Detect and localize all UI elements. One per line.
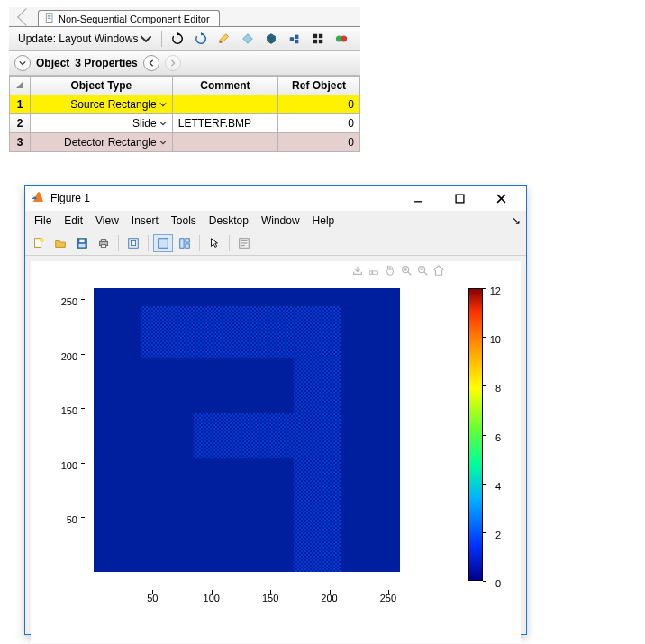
cell-object-type[interactable]: Detector Rectangle [31, 133, 173, 152]
home-icon[interactable] [432, 264, 445, 279]
insert-text-icon[interactable] [234, 234, 254, 252]
colorbar-tick-label: 10 [490, 334, 501, 345]
col-comment[interactable]: Comment [172, 77, 277, 95]
table-row[interactable]: 1Source Rectangle 0 [10, 95, 360, 114]
row-number[interactable]: 3 [10, 133, 31, 152]
open-icon[interactable] [50, 234, 70, 252]
pencil-icon[interactable] [214, 31, 234, 47]
svg-rect-1 [48, 15, 51, 16]
svg-rect-22 [129, 239, 139, 249]
svg-rect-29 [370, 271, 378, 275]
next-button [165, 55, 181, 71]
col-ref-object[interactable]: Ref Object [278, 77, 360, 95]
cubes-icon[interactable] [285, 31, 304, 47]
grid-icon[interactable] [308, 31, 328, 47]
svg-rect-23 [131, 240, 135, 245]
tab-corner-decoration [17, 8, 35, 26]
zoom-in-icon[interactable] [400, 264, 413, 279]
colorbar-tick-label: 6 [495, 432, 501, 443]
cube-icon[interactable] [261, 31, 281, 47]
y-tick-label: 200 [61, 351, 77, 362]
separator [118, 235, 119, 251]
figure-toolbar [25, 231, 526, 256]
y-tick-label: 250 [61, 296, 77, 307]
maximize-button[interactable] [445, 188, 474, 208]
menu-tools[interactable]: Tools [171, 214, 196, 227]
menu-window[interactable]: Window [261, 214, 300, 227]
print-icon[interactable] [94, 234, 114, 252]
svg-rect-4 [290, 37, 294, 41]
svg-rect-20 [101, 240, 105, 242]
layout-1-icon[interactable] [153, 234, 173, 252]
undock-icon[interactable]: ↘ [512, 214, 521, 227]
table-row[interactable]: 3Detector Rectangle 0 [10, 133, 360, 152]
cell-object-type[interactable]: Slide [31, 114, 173, 133]
brush-icon[interactable] [368, 264, 380, 279]
diamond-icon[interactable] [238, 31, 258, 47]
close-button[interactable] [486, 188, 515, 208]
figure-menubar: File Edit View Insert Tools Desktop Wind… [25, 211, 526, 231]
minimize-button[interactable] [404, 188, 432, 208]
table-row[interactable]: 2Slide LETTERF.BMP0 [10, 114, 360, 133]
cell-object-type[interactable]: Source Rectangle [31, 95, 173, 114]
x-tick-label: 150 [262, 593, 278, 603]
svg-point-12 [341, 36, 348, 42]
colorbar[interactable] [468, 288, 483, 581]
separator [229, 235, 230, 251]
refresh-icon[interactable] [168, 31, 187, 47]
colorbar-tick-mark [483, 532, 486, 533]
objects-table: Object Type Comment Ref Object 1Source R… [9, 76, 360, 152]
two-circles-icon[interactable] [332, 31, 351, 47]
heatmap-region [141, 306, 341, 358]
cell-ref-object[interactable]: 0 [278, 114, 360, 133]
cell-comment[interactable] [172, 95, 277, 114]
colorbar-tick-mark [483, 385, 486, 386]
svg-rect-2 [48, 17, 51, 18]
arrow-refresh-icon[interactable] [191, 31, 211, 47]
colorbar-tick-label: 12 [490, 286, 501, 296]
expand-button[interactable] [14, 55, 31, 71]
menu-edit[interactable]: Edit [64, 214, 83, 227]
x-tick-mark [152, 590, 153, 594]
save-icon[interactable] [72, 234, 92, 252]
svg-rect-24 [159, 239, 168, 249]
svg-rect-7 [313, 34, 317, 38]
link-plot-icon[interactable] [123, 234, 143, 252]
row-number[interactable]: 1 [10, 95, 31, 114]
row-number[interactable]: 2 [10, 114, 31, 133]
y-tick-label: 100 [61, 460, 77, 471]
y-tick-mark [81, 463, 85, 464]
menu-help[interactable]: Help [313, 214, 335, 227]
editor-tabs: Non-Sequential Component Editor [9, 7, 360, 27]
svg-rect-13 [456, 195, 464, 203]
cell-comment[interactable] [172, 133, 277, 152]
layout-2-icon[interactable] [175, 234, 195, 252]
colorbar-tick-mark [483, 581, 486, 582]
heatmap-axes[interactable] [85, 279, 409, 590]
x-tick-label: 200 [321, 593, 337, 603]
cell-ref-object[interactable]: 0 [278, 95, 360, 114]
menu-desktop[interactable]: Desktop [209, 214, 249, 227]
menu-file[interactable]: File [34, 214, 51, 227]
colorbar-tick-mark [483, 337, 486, 338]
editor-toolbar: Update: Layout Windows [9, 27, 360, 51]
export-icon[interactable] [351, 264, 364, 279]
zoom-out-icon[interactable] [416, 264, 429, 279]
svg-point-15 [40, 238, 44, 242]
pan-icon[interactable] [384, 264, 396, 279]
cell-ref-object[interactable]: 0 [278, 133, 360, 152]
menu-view[interactable]: View [95, 214, 119, 227]
new-icon[interactable] [29, 234, 49, 252]
y-tick-mark [81, 408, 85, 409]
corner-cell[interactable] [10, 77, 31, 95]
tab-nsc-editor[interactable]: Non-Sequential Component Editor [38, 10, 220, 26]
svg-rect-8 [319, 34, 322, 38]
col-object-type[interactable]: Object Type [31, 77, 173, 95]
figure-window: Figure 1 File Edit View Insert Tools Des… [24, 185, 527, 635]
prev-button[interactable] [143, 55, 159, 71]
menu-insert[interactable]: Insert [132, 214, 159, 227]
pointer-icon[interactable] [204, 234, 224, 252]
update-layout-dropdown[interactable]: Update: Layout Windows [14, 31, 156, 47]
figure-titlebar[interactable]: Figure 1 [25, 186, 526, 211]
cell-comment[interactable]: LETTERF.BMP [172, 114, 277, 133]
